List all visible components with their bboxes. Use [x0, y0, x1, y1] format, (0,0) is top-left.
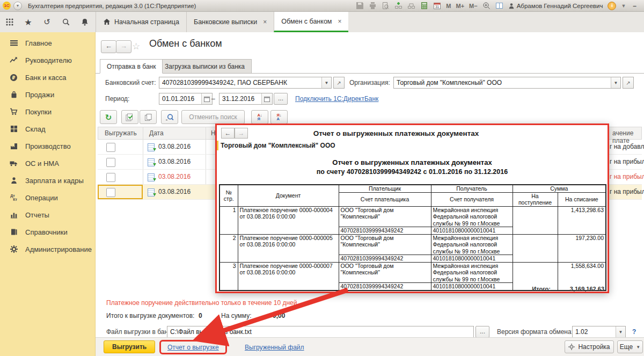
tab-send-to-bank[interactable]: Отправка в банк: [100, 59, 163, 74]
sidebar-item-reports[interactable]: Отчеты: [0, 206, 95, 223]
favorites-star-icon[interactable]: ★: [19, 17, 38, 27]
sidebar-item-directories[interactable]: Справочники: [0, 223, 95, 241]
back-button[interactable]: ←: [101, 40, 116, 53]
cart-icon: [9, 108, 18, 115]
exchange-add-icon[interactable]: [394, 2, 402, 10]
search-icon[interactable]: [56, 18, 75, 26]
sidebar-item-fixed-assets[interactable]: ОС и НМА: [0, 155, 95, 172]
sidebar-item-manager[interactable]: Руководителю: [0, 52, 95, 69]
notifications-bell-icon[interactable]: [75, 18, 94, 26]
period-from-field[interactable]: [159, 93, 213, 105]
organization-field[interactable]: ▼: [393, 77, 621, 89]
save-icon[interactable]: [356, 2, 364, 10]
period-to-input[interactable]: [219, 93, 261, 104]
upload-checkbox[interactable]: [106, 158, 115, 167]
tab-load-statement[interactable]: Загрузка выписки из банка: [158, 59, 252, 74]
sort-desc-icon: Я↓А: [276, 113, 281, 121]
sidebar-item-sales[interactable]: Продажи: [0, 86, 95, 103]
column-date[interactable]: Дата: [149, 129, 164, 137]
sidebar-item-production[interactable]: Производство: [0, 137, 95, 155]
cancel-search-button[interactable]: Отменить поиск: [181, 110, 245, 124]
more-button[interactable]: Еще▼: [617, 340, 643, 353]
selection-marker: [217, 141, 218, 150]
minimize-button[interactable]: –: [631, 2, 639, 10]
uploaded-file-link[interactable]: Выгруженный файл: [245, 344, 304, 351]
print-icon[interactable]: [369, 2, 377, 10]
zoom-icon[interactable]: [482, 2, 491, 10]
file-browse-button[interactable]: ...: [475, 326, 489, 338]
forward-button[interactable]: →: [116, 40, 131, 53]
upload-checkbox[interactable]: [106, 143, 115, 152]
upload-checkbox[interactable]: [106, 188, 115, 197]
sidebar-item-operations[interactable]: ДтКтОперации: [0, 189, 95, 206]
bank-account-open-button[interactable]: ↗: [333, 77, 345, 89]
format-version-select[interactable]: ▼: [572, 326, 626, 338]
calendar-icon[interactable]: 31: [433, 2, 441, 10]
sidebar-item-main[interactable]: Главное: [0, 34, 95, 52]
memory-m-button[interactable]: М: [446, 3, 451, 9]
sidebar-item-purchases[interactable]: Покупки: [0, 103, 95, 120]
split-view-icon[interactable]: [495, 2, 503, 10]
upload-checkbox[interactable]: [106, 173, 115, 182]
search-list-icon: [165, 113, 174, 121]
export-file-label: Файл выгрузки в банк:: [106, 328, 173, 336]
column-upload[interactable]: Выгружать: [105, 129, 137, 137]
report-row: 1 Платежное поручение 0000-000004 от 03.…: [219, 206, 606, 227]
sidebar-item-bank-cash[interactable]: ₽Банк и касса: [0, 69, 95, 86]
format-version-input[interactable]: [573, 326, 616, 337]
calculator-icon[interactable]: [420, 2, 428, 10]
dropdown-arrow-icon[interactable]: ▼: [321, 77, 331, 88]
bank-account-field[interactable]: ▼: [159, 77, 332, 89]
memory-m-minus-button[interactable]: М−: [469, 3, 478, 9]
bank-account-input[interactable]: [159, 77, 321, 88]
info-button[interactable]: i: [608, 2, 616, 10]
main-menu-button[interactable]: ▼: [13, 2, 22, 10]
chevron-down-icon[interactable]: ▼: [621, 3, 626, 9]
period-more-button[interactable]: ...: [274, 93, 288, 105]
close-icon[interactable]: ×: [338, 18, 341, 25]
trend-icon: [9, 56, 18, 64]
panel-divider: [96, 73, 644, 74]
sidebar-item-warehouse[interactable]: Склад: [0, 120, 95, 137]
dropdown-arrow-icon[interactable]: ▼: [616, 326, 625, 337]
refresh-button[interactable]: ↻: [100, 110, 117, 124]
organization-input[interactable]: [394, 77, 611, 88]
directbank-link[interactable]: Подключить 1С:ДиректБанк: [295, 95, 378, 103]
select-documents-button[interactable]: [121, 110, 138, 124]
sidebar-item-payroll-hr[interactable]: Зарплата и кадры: [0, 172, 95, 189]
copy-button[interactable]: [140, 110, 157, 124]
memory-m-plus-button[interactable]: М+: [456, 3, 464, 9]
preview-icon[interactable]: [382, 2, 390, 10]
advanced-search-button[interactable]: [161, 110, 178, 124]
history-icon[interactable]: ↺: [38, 17, 56, 27]
period-from-input[interactable]: [159, 93, 201, 104]
tab-bank-statements[interactable]: Банковские выписки×: [186, 12, 274, 32]
annotation-highlight-rect: [159, 340, 227, 354]
settings-button[interactable]: Настройка: [565, 340, 614, 353]
calendar-icon[interactable]: [261, 93, 272, 104]
upload-button[interactable]: Выгрузить: [104, 340, 155, 353]
dropdown-arrow-icon[interactable]: ▼: [611, 77, 620, 88]
books-icon: [9, 228, 18, 236]
close-icon[interactable]: ×: [263, 18, 267, 26]
current-user[interactable]: Абрамов Геннадий Сергеевич: [508, 3, 603, 9]
tab-bank-exchange[interactable]: Обмен с банком×: [274, 12, 348, 32]
period-to-field[interactable]: [219, 93, 273, 105]
report-organization[interactable]: Торговый дом "Комплексный" ООО: [221, 142, 335, 149]
page-title: Обмен с банком: [149, 38, 222, 49]
bag-icon: [9, 91, 18, 98]
exchange-icon[interactable]: [407, 2, 415, 10]
sidebar-item-administration[interactable]: Администрирование: [0, 241, 95, 258]
favorite-star-icon[interactable]: ☆: [132, 41, 140, 52]
tab-home[interactable]: Начальная страница: [96, 12, 186, 32]
export-file-input[interactable]: [167, 326, 473, 337]
export-report-window: ← → Отчет о выгруженных платежных докуме…: [215, 123, 609, 293]
help-link[interactable]: ?: [632, 328, 636, 336]
sort-desc-button[interactable]: Я↓А: [270, 110, 288, 124]
sort-asc-button[interactable]: А↓Я: [251, 110, 268, 124]
export-file-field[interactable]: [167, 326, 474, 338]
organization-open-button[interactable]: ↗: [623, 77, 634, 89]
report-table: № стр. Документ Плательщик Получатель Су…: [219, 184, 606, 291]
calendar-icon[interactable]: [201, 93, 212, 104]
tools-grid-icon[interactable]: [0, 18, 19, 26]
